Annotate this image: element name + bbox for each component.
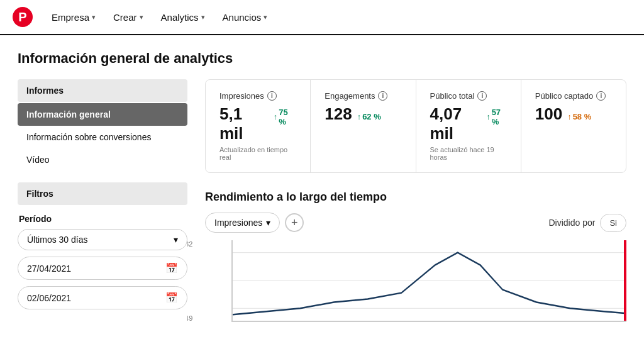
stat-publico-total-change: ↑ 57 % <box>486 108 507 126</box>
sidebar-item-informacion-general[interactable]: Información general <box>18 103 187 126</box>
sidebar: Informes Información general Información… <box>18 79 187 322</box>
chart-area <box>231 240 626 322</box>
stat-publico-captado-value: 100 <box>535 104 562 124</box>
chart-y-label-mid: 249 <box>187 314 192 322</box>
date-to-input[interactable]: 02/06/2021 📅 <box>18 286 187 309</box>
stat-publico-captado-label: Público captado <box>535 91 594 101</box>
stat-publico-total-arrow: ↑ <box>486 112 491 121</box>
chart-controls-left: Impresiones ▾ + <box>205 213 304 233</box>
nav-empresa[interactable]: Empresa ▾ <box>45 8 102 26</box>
date-from-input[interactable]: 27/04/2021 📅 <box>18 257 187 280</box>
sidebar-section-informes: Informes <box>18 79 187 102</box>
sidebar-item-video[interactable]: Vídeo <box>18 148 187 171</box>
stat-publico-total-info-icon[interactable]: i <box>477 91 487 101</box>
stat-impresiones-arrow: ↑ <box>274 112 278 121</box>
nav-empresa-chevron: ▾ <box>92 13 96 21</box>
chart-red-bar <box>624 240 626 321</box>
nav-analytics[interactable]: Analytics ▾ <box>155 8 211 26</box>
chart-add-button[interactable]: + <box>285 213 304 232</box>
stat-impresiones-pct: 75 % <box>279 108 296 126</box>
stat-publico-captado-info-icon[interactable]: i <box>596 91 606 101</box>
date-from-value: 27/04/2021 <box>27 264 71 274</box>
date-from-calendar-icon: 📅 <box>165 262 178 274</box>
chart-svg <box>233 240 626 321</box>
chart-metric-dropdown[interactable]: Impresiones ▾ <box>205 213 280 233</box>
sidebar-item-conversiones-label: Información sobre conversiones <box>26 132 151 142</box>
date-to-value: 02/06/2021 <box>27 293 71 303</box>
stat-publico-captado-pct: 58 % <box>573 112 592 121</box>
stat-card-publico-captado: Público captado i 100 ↑ 58 % <box>521 80 626 172</box>
stat-engagements-label: Engagements <box>325 91 375 101</box>
chart-section: Rendimiento a lo largo del tiempo Impres… <box>205 191 626 322</box>
stat-publico-captado-change: ↑ 58 % <box>567 112 591 121</box>
stat-impresiones-footer: Actualizado en tiempo real <box>219 146 296 161</box>
nav-anuncios-chevron: ▾ <box>264 13 267 21</box>
nav-analytics-chevron: ▾ <box>201 13 205 21</box>
stat-engagements-pct: 62 % <box>362 112 381 121</box>
stat-publico-total-value: 4,07 mil <box>430 104 482 143</box>
nav-crear-label: Crear <box>113 12 137 23</box>
nav-crear-chevron: ▾ <box>140 13 143 21</box>
dividir-button[interactable]: Si <box>600 214 626 232</box>
nav-anuncios[interactable]: Anuncios ▾ <box>216 8 274 26</box>
period-select-value: Últimos 30 días <box>27 235 87 245</box>
date-to-calendar-icon: 📅 <box>165 292 178 304</box>
stat-card-impresiones: Impresiones i 5,1 mil ↑ 75 % Actualizado… <box>206 80 311 172</box>
stat-impresiones-label: Impresiones <box>219 91 264 101</box>
sidebar-section-filtros: Filtros <box>18 182 187 205</box>
page-title: Información general de analytics <box>18 50 626 67</box>
chart-controls: Impresiones ▾ + Dividido por Si <box>205 213 626 233</box>
period-select[interactable]: Últimos 30 días ▾ <box>18 229 187 250</box>
chart-title: Rendimiento a lo largo del tiempo <box>205 191 626 204</box>
pinterest-logo[interactable]: P <box>13 7 33 27</box>
chart-y-label-top: 332 <box>187 240 192 248</box>
stat-engagements-arrow: ↑ <box>357 112 362 121</box>
chart-controls-right: Dividido por Si <box>549 214 627 232</box>
nav-empresa-label: Empresa <box>52 12 89 23</box>
stat-impresiones-change: ↑ 75 % <box>274 108 297 126</box>
chart-y-labels: 332 249 <box>187 240 192 322</box>
stat-card-publico-total: Público total i 4,07 mil ↑ 57 % Se actua… <box>416 80 521 172</box>
content-area: Impresiones i 5,1 mil ↑ 75 % Actualizado… <box>187 79 626 322</box>
stat-impresiones-info-icon[interactable]: i <box>267 91 277 101</box>
chart-metric-label: Impresiones <box>214 218 262 228</box>
stat-card-engagements: Engagements i 128 ↑ 62 % <box>311 80 416 172</box>
sidebar-item-informacion-general-label: Información general <box>26 109 111 119</box>
chart-metric-chevron: ▾ <box>266 218 270 228</box>
nav-analytics-label: Analytics <box>161 12 199 23</box>
sidebar-item-conversiones[interactable]: Información sobre conversiones <box>18 126 187 148</box>
top-navigation: P Empresa ▾ Crear ▾ Analytics ▾ Anuncios… <box>0 0 644 35</box>
nav-anuncios-label: Anuncios <box>223 12 262 23</box>
period-select-chevron: ▾ <box>174 235 178 245</box>
stat-impresiones-value: 5,1 mil <box>219 104 269 143</box>
stat-publico-total-label: Público total <box>430 91 475 101</box>
stat-engagements-info-icon[interactable]: i <box>378 91 387 101</box>
stat-publico-total-pct: 57 % <box>492 108 507 126</box>
stats-row: Impresiones i 5,1 mil ↑ 75 % Actualizado… <box>205 79 626 173</box>
period-label: Período <box>18 214 187 224</box>
stat-engagements-change: ↑ 62 % <box>357 112 381 121</box>
sidebar-item-video-label: Vídeo <box>26 155 50 165</box>
stat-engagements-value: 128 <box>325 104 352 124</box>
stat-publico-total-footer: Se actualizó hace 19 horas <box>430 146 507 161</box>
nav-crear[interactable]: Crear ▾ <box>107 8 150 26</box>
stat-publico-captado-arrow: ↑ <box>567 112 572 121</box>
divided-by-label: Dividido por <box>549 218 596 228</box>
